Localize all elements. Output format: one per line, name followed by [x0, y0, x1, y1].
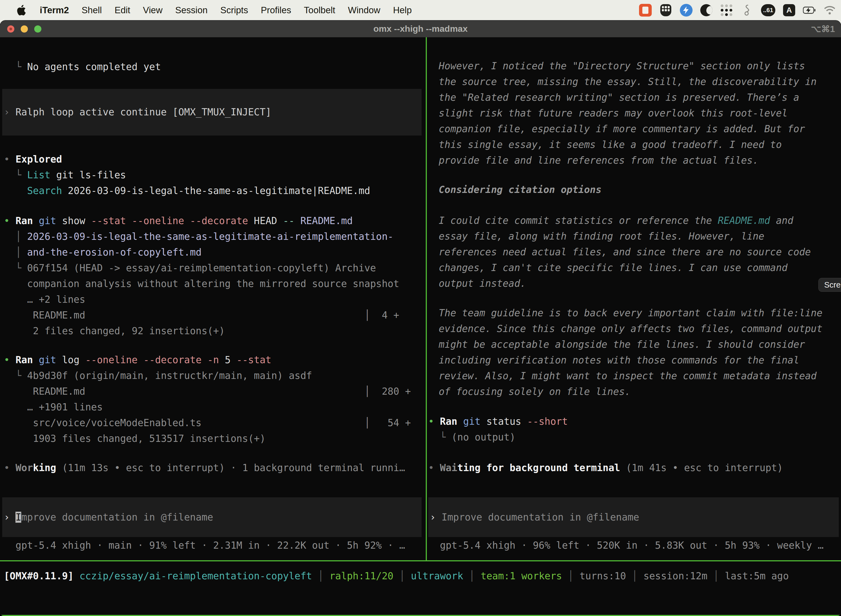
ran-command-line: • Ran git log --oneline --decorate -n 5 …: [4, 352, 426, 368]
left-prompt-input[interactable]: › Improve documentation in @filename: [2, 497, 422, 537]
kaleidoscope-icon[interactable]: [700, 4, 712, 16]
explored-section: • Explored └ List git ls-files Search 20…: [0, 151, 426, 199]
window-title: omx --xhigh --madmax: [0, 24, 841, 34]
window-title-bar[interactable]: omx --xhigh --madmax ⌥⌘1: [0, 21, 841, 37]
terminal-line: │ 2026-03-09-is-legal-the-same-as-legiti…: [4, 229, 426, 245]
menu-item-toolbelt[interactable]: Toolbelt: [304, 5, 335, 15]
thinking-line: of focusing solely on file lines.: [439, 384, 841, 400]
hook-icon[interactable]: [741, 4, 753, 16]
ran-command-line: • Ran git show --stat --oneline --decora…: [4, 213, 426, 229]
terminal-line: companion analysis without altering the …: [4, 276, 426, 292]
menu-item-view[interactable]: View: [143, 5, 163, 15]
terminal-line: … +2 lines: [4, 292, 426, 308]
thinking-line: evidence. Since this change only affects…: [439, 321, 841, 337]
terminal-line: README.md │ 4 +: [4, 308, 426, 323]
thinking-line: I could cite commit statistics or refere…: [439, 213, 841, 229]
screen-recording-icon[interactable]: [639, 4, 652, 16]
hover-tooltip: Scre: [818, 278, 841, 292]
menu-item-iterm2[interactable]: iTerm2: [40, 5, 69, 15]
apple-logo-icon[interactable]: [15, 4, 26, 16]
terminal-content[interactable]: └ No agents completed yet › Ralph loop a…: [0, 37, 841, 616]
tmux-status-bar: [omx-cczip0:bash* "MacBook-Pro-44.local"…: [0, 615, 841, 616]
left-model-status-line: gpt-5.4 xhigh · main · 91% left · 2.31M …: [4, 538, 426, 553]
thinking-line: this single essay, it seems like a good …: [439, 137, 841, 153]
keyboard-shield-icon[interactable]: [659, 4, 672, 16]
pane-divider-horizontal[interactable]: [0, 560, 841, 561]
thinking-line: provide file and line references from th…: [439, 153, 841, 168]
thinking-line: references need actual files, and since …: [439, 244, 841, 260]
thinking-line: output instead.: [439, 276, 841, 292]
tmux-host-clock-label: "MacBook-Pro-44.local" 04:52 31-Mar-26: [617, 615, 838, 616]
ran-git-status-section: • Ran git status --short └ (no output): [427, 414, 841, 445]
thinking-line: essay file, along with finding root file…: [439, 229, 841, 244]
terminal-line: └ 4b9d30f (origin/main, instructkr/main,…: [4, 368, 426, 384]
badge-61-label: ..61: [763, 7, 774, 14]
inject-prompt-box[interactable]: › Ralph loop active continue [OMX_TMUX_I…: [2, 89, 422, 135]
menu-items: iTerm2 Shell Edit View Session Scripts P…: [40, 5, 412, 15]
thinking-paragraph-3: The team guideline is to back every impo…: [427, 305, 841, 400]
menu-item-session[interactable]: Session: [175, 5, 208, 15]
thinking-line: might be acceptable alongside the file l…: [439, 337, 841, 352]
thinking-line: slight risk that future readers may over…: [439, 106, 841, 121]
terminal-line: │ and-the-erosion-of-copyleft.md: [4, 245, 426, 260]
ran-command-line: • Ran git status --short: [428, 414, 841, 430]
pane-divider-vertical[interactable]: [426, 37, 427, 561]
menu-bar-status-icons: ..61 A: [639, 0, 836, 21]
right-prompt-input[interactable]: › Improve documentation in @filename: [428, 497, 839, 537]
terminal-line: 1903 files changed, 513517 insertions(+): [4, 431, 426, 447]
menu-item-scripts[interactable]: Scripts: [220, 5, 248, 15]
thinking-line: The team guideline is to back every impo…: [439, 305, 841, 321]
ran-git-log-section: • Ran git log --oneline --decorate -n 5 …: [0, 352, 426, 447]
thinking-paragraph-1: However, I noticed the "Directory Struct…: [427, 58, 841, 168]
iterm2-window: omx --xhigh --madmax ⌥⌘1 └ No agents com…: [0, 21, 841, 616]
ran-git-show-section: • Ran git show --stat --oneline --decora…: [0, 213, 426, 339]
battery-61-badge-icon[interactable]: ..61: [761, 4, 775, 16]
terminal-line: 2 files changed, 92 insertions(+): [4, 323, 426, 339]
terminal-line: └ (no output): [428, 430, 841, 445]
terminal-line: └ List git ls-files: [4, 167, 426, 183]
agents-note-line: └ No agents completed yet: [4, 59, 426, 75]
omx-status-tokens: [OMX#0.11.9] cczip/essay/ai-reimplementa…: [4, 568, 841, 584]
thinking-line: including verification notes with those …: [439, 352, 841, 368]
omx-status-line: [OMX#0.11.9] cczip/essay/ai-reimplementa…: [0, 568, 841, 584]
terminal-line: … +1901 lines: [4, 399, 426, 415]
thinking-line: the source tree, missing the essay. Stil…: [439, 74, 841, 90]
right-model-status-line: gpt-5.4 xhigh · 96% left · 520K in · 5.8…: [428, 538, 841, 553]
terminal-line: README.md │ 280 +: [4, 384, 426, 399]
app-grid-icon[interactable]: [720, 4, 733, 16]
input-a-label: A: [786, 6, 792, 15]
thinking-line: companion file, especially if more comme…: [439, 121, 841, 137]
inject-line: › Ralph loop active continue [OMX_TMUX_I…: [4, 104, 271, 120]
thinking-line: changes, I can't cite specific file line…: [439, 260, 841, 276]
tooltip-text: Scre: [824, 277, 841, 293]
thinking-line: the "Related research writing" section i…: [439, 90, 841, 106]
menu-item-shell[interactable]: Shell: [82, 5, 102, 15]
battery-icon[interactable]: [803, 4, 816, 16]
tmux-session-label: [omx-cczip0:bash*: [3, 615, 102, 616]
menu-item-help[interactable]: Help: [393, 5, 412, 15]
thinking-line: However, I noticed the "Directory Struct…: [439, 58, 841, 74]
thinking-line: review. Also, I might want to inspect th…: [439, 368, 841, 384]
menu-item-edit[interactable]: Edit: [114, 5, 130, 15]
input-source-icon[interactable]: A: [783, 4, 795, 16]
menu-item-profiles[interactable]: Profiles: [261, 5, 291, 15]
wifi-icon[interactable]: [823, 4, 836, 16]
waiting-status-line: • Waiting for background terminal (1m 41…: [428, 460, 841, 476]
thinking-paragraph-2: I could cite commit statistics or refere…: [427, 213, 841, 292]
explored-header: • Explored: [4, 151, 426, 167]
prompt-placeholder: › Improve documentation in @filename: [4, 509, 213, 525]
terminal-line: Search 2026-03-09-is-legal-the-same-as-l…: [4, 183, 426, 199]
menu-item-window[interactable]: Window: [348, 5, 380, 15]
working-status-line: • Working (11m 13s • esc to interrupt) ·…: [4, 460, 426, 476]
prompt-placeholder: › Improve documentation in @filename: [430, 509, 639, 525]
terminal-line: └ 067f154 (HEAD -> essay/ai-reimplementa…: [4, 260, 426, 276]
thinking-heading: Considering citation options: [439, 182, 841, 198]
window-shortcut-badge: ⌥⌘1: [811, 24, 835, 34]
speedtest-icon[interactable]: [680, 4, 693, 16]
terminal-line: src/voice/voiceModeEnabled.ts │ 54 +: [4, 415, 426, 431]
